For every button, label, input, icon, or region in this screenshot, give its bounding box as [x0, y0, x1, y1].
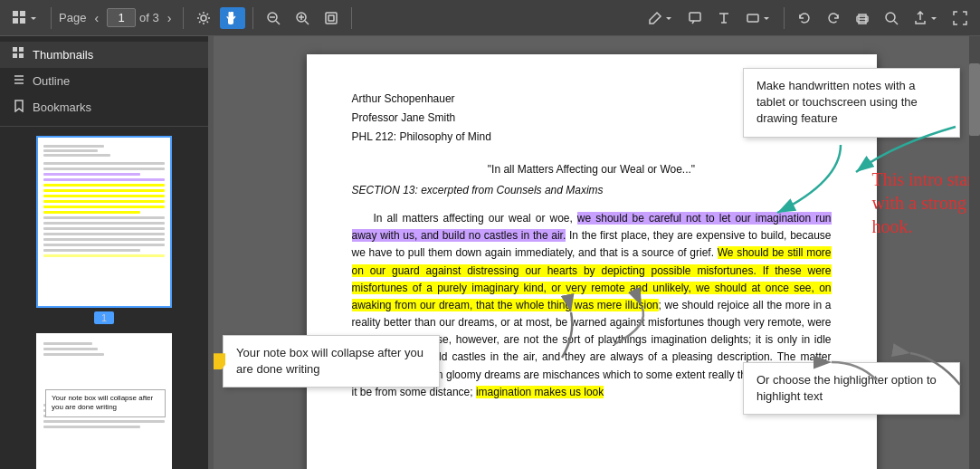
- hand-tool-button[interactable]: [220, 7, 245, 29]
- sidebar-item-bookmarks[interactable]: Bookmarks: [0, 94, 208, 120]
- handwritten-hook-callout: This intro startswith a stronghook.: [872, 168, 970, 238]
- settings-button[interactable]: [191, 7, 216, 29]
- page-input[interactable]: [107, 8, 136, 27]
- pen-tool-button[interactable]: [642, 7, 679, 29]
- note-box-callout: Your note box will collapse after you ar…: [223, 335, 440, 388]
- separator-5: [784, 7, 785, 29]
- page-of: of 3: [139, 11, 159, 24]
- main-area: Thumbnails Outline Bookmarks: [0, 36, 980, 469]
- thumbnail-1[interactable]: 1: [36, 136, 172, 324]
- svg-line-6: [276, 21, 280, 24]
- outline-label: Outline: [33, 74, 70, 88]
- highlight-yellow-1: We should be still more on our guard aga…: [352, 246, 832, 311]
- highlighter-callout: Or choose the highlighter option to high…: [743, 362, 960, 415]
- next-page-button[interactable]: ›: [163, 9, 176, 27]
- pdf-quote: "In all Matters Affecting our Weal or Wo…: [352, 161, 832, 178]
- highlight-yellow-2: imagination makes us look: [476, 386, 604, 398]
- page-navigation: Page ‹ of 3 ›: [59, 8, 176, 27]
- svg-rect-24: [13, 47, 17, 52]
- separator-4: [351, 7, 352, 29]
- svg-rect-27: [19, 53, 24, 58]
- svg-rect-25: [19, 47, 24, 52]
- pdf-viewer[interactable]: Arthur Schopenhauer Professor Jane Smith…: [214, 36, 969, 469]
- highlight-purple-1: we should be careful not to let our imag…: [352, 212, 832, 242]
- text-tool-button[interactable]: [711, 7, 737, 29]
- thumbnails-label: Thumbnails: [33, 48, 93, 62]
- separator-2: [183, 7, 184, 29]
- bookmarks-label: Bookmarks: [33, 100, 91, 114]
- outline-icon: [13, 73, 25, 89]
- sidebar-item-outline[interactable]: Outline: [0, 68, 208, 94]
- highlighter-text: Or choose the highlighter option to high…: [756, 373, 937, 403]
- fullscreen-button[interactable]: [947, 7, 973, 29]
- prev-page-button[interactable]: ‹: [90, 9, 103, 27]
- zoom-in-button[interactable]: [290, 7, 315, 29]
- toolbar: Page ‹ of 3 ›: [0, 0, 980, 36]
- redo-button[interactable]: [821, 7, 846, 29]
- scrollbar-thumb[interactable]: [969, 63, 980, 136]
- separator-1: [51, 7, 52, 29]
- svg-line-9: [305, 21, 309, 24]
- thumbnail-2[interactable]: Your note box will collapse after you ar…: [36, 333, 172, 469]
- svg-rect-26: [13, 53, 17, 58]
- sidebar-navigation: Thumbnails Outline Bookmarks: [0, 36, 208, 127]
- pdf-section: SECTION 13: excerpted from Counsels and …: [352, 182, 832, 199]
- note-callout-thumb: Your note box will collapse after you ar…: [52, 394, 153, 411]
- zoom-out-button[interactable]: [261, 7, 286, 29]
- thumbnail-page-2[interactable]: Your note box will collapse after you ar…: [36, 333, 172, 469]
- svg-line-23: [894, 21, 898, 24]
- thumbnail-label-1: 1: [94, 311, 114, 324]
- upload-button[interactable]: [908, 7, 944, 29]
- comment-button[interactable]: [682, 7, 708, 29]
- undo-button[interactable]: [792, 7, 817, 29]
- bookmarks-icon: [13, 100, 25, 115]
- drawing-feature-text: Make handwritten notes with a tablet or …: [756, 79, 918, 125]
- svg-rect-2: [13, 18, 18, 24]
- svg-point-4: [201, 15, 206, 21]
- svg-point-21: [865, 18, 867, 20]
- sidebar: Thumbnails Outline Bookmarks: [0, 36, 208, 469]
- sidebar-item-thumbnails[interactable]: Thumbnails: [0, 42, 208, 68]
- app-grid-button[interactable]: [7, 7, 43, 29]
- thumbnail-page-1[interactable]: [36, 136, 172, 308]
- svg-rect-0: [13, 11, 18, 16]
- print-button[interactable]: [850, 7, 875, 29]
- separator-3: [252, 7, 253, 29]
- thumbnail-area: 1 Your note box will collapse after you …: [0, 127, 208, 469]
- drawing-feature-callout: Make handwritten notes with a tablet or …: [743, 68, 960, 138]
- svg-rect-14: [690, 13, 700, 21]
- svg-rect-3: [20, 18, 25, 24]
- note-callout-text: Your note box will collapse after you ar…: [236, 346, 423, 376]
- search-button[interactable]: [879, 7, 904, 29]
- svg-rect-12: [326, 13, 337, 24]
- svg-rect-18: [747, 14, 758, 22]
- scrollbar[interactable]: [969, 36, 980, 469]
- page-label: Page: [59, 11, 86, 24]
- thumbnails-icon: [13, 47, 25, 62]
- fit-page-button[interactable]: [319, 7, 344, 29]
- svg-point-22: [886, 13, 895, 22]
- svg-rect-1: [20, 11, 25, 16]
- svg-rect-13: [328, 15, 334, 21]
- shape-tool-button[interactable]: [740, 7, 776, 29]
